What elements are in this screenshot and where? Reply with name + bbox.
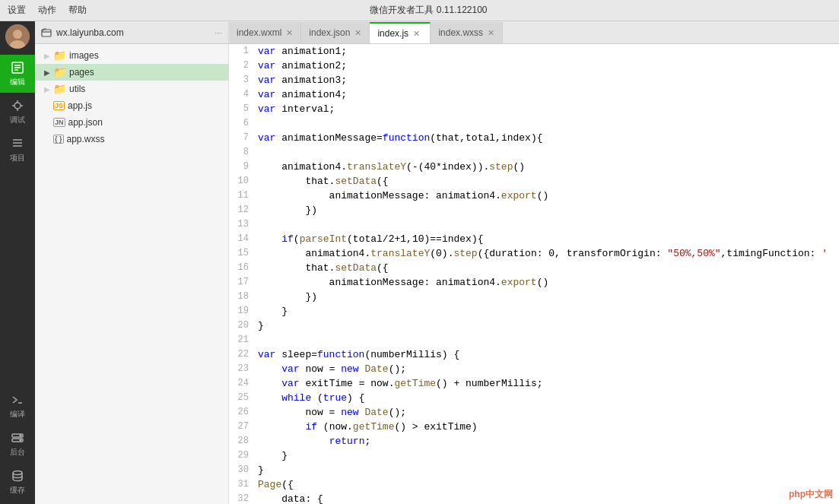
svg-rect-21: [42, 30, 51, 36]
tree-item-appwxss[interactable]: { } app.wxss: [35, 131, 228, 147]
code-line: 22var sleep=function(numberMillis) {: [229, 347, 839, 362]
sidebar: 编辑 调试 项目 编译: [0, 21, 35, 504]
code-line: 12 }): [229, 203, 839, 217]
file-type-icon-wxss: { }: [53, 135, 64, 144]
tab-label: index.wxss: [438, 27, 483, 38]
title-bar: 设置 动作 帮助 微信开发者工具 0.11.122100: [0, 0, 839, 21]
tab-index-wxss[interactable]: index.wxss ✕: [431, 22, 503, 43]
code-line: 32 data: {: [229, 492, 839, 504]
code-line: 2var animation2;: [229, 59, 839, 73]
code-line: 9 animation4.translateY(-(40*index)).ste…: [229, 160, 839, 174]
sidebar-item-debug[interactable]: 调试: [0, 93, 35, 131]
code-line: 20}: [229, 319, 839, 333]
sidebar-label-edit: 编辑: [10, 77, 25, 87]
sidebar-item-backend[interactable]: 后台: [0, 425, 35, 463]
sidebar-item-edit[interactable]: 编辑: [0, 55, 35, 93]
tab-label: index.wxml: [237, 27, 281, 38]
sidebar-item-project[interactable]: 项目: [0, 131, 35, 169]
code-line: 28 return;: [229, 434, 839, 449]
expand-icon: ▶: [44, 68, 50, 77]
code-line: 15 animation4.translateY(0).step({durati…: [229, 246, 839, 261]
file-tree-body: ▶ 📁 images ▶ 📁 pages ▶ 📁 utils JS app.js…: [35, 44, 228, 504]
tree-label: images: [69, 50, 99, 61]
main-layout: 编辑 调试 项目 编译: [0, 21, 839, 504]
code-editor[interactable]: 1var animation1; 2var animation2; 3var a…: [229, 44, 839, 504]
code-line: 1var animation1;: [229, 44, 839, 59]
editor-area: index.wxml ✕ index.json ✕ index.js ✕ ind…: [229, 21, 839, 504]
expand-icon: ▶: [44, 52, 50, 60]
tab-index-json[interactable]: index.json ✕: [301, 22, 370, 43]
code-line: 31Page({: [229, 477, 839, 492]
sidebar-item-compile[interactable]: 编译: [0, 387, 35, 425]
watermark: php中文网: [789, 488, 833, 501]
menu-help[interactable]: 帮助: [68, 4, 87, 17]
tree-label: pages: [69, 67, 94, 78]
file-tree-header: wx.laiyunba.com ···: [35, 21, 228, 44]
tree-item-appjson[interactable]: JN app.json: [35, 114, 228, 131]
code-line: 25 while (true) {: [229, 391, 839, 405]
code-line: 11 animationMessage: animation4.export(): [229, 189, 839, 203]
sidebar-label-project: 项目: [10, 153, 25, 163]
close-tab-wxss[interactable]: ✕: [488, 29, 494, 37]
code-line: 18 }): [229, 290, 839, 304]
menu-settings[interactable]: 设置: [8, 4, 26, 17]
code-line: 10 that.setData({: [229, 174, 839, 189]
sidebar-label-backend: 后台: [10, 447, 25, 458]
file-tree-more[interactable]: ···: [215, 27, 222, 38]
close-tab-json[interactable]: ✕: [354, 29, 361, 37]
file-type-icon-js: JS: [53, 101, 65, 110]
app-title: 微信开发者工具 0.11.122100: [370, 4, 487, 17]
file-tree: wx.laiyunba.com ··· ▶ 📁 images ▶ 📁 pages…: [35, 21, 229, 504]
tab-label: index.json: [309, 27, 350, 38]
folder-icon: 📁: [53, 83, 66, 95]
svg-point-20: [13, 471, 22, 474]
code-line: 19 }: [229, 304, 839, 319]
svg-point-19: [20, 439, 21, 441]
tab-index-wxml[interactable]: index.wxml ✕: [229, 22, 301, 43]
sidebar-label-compile: 编译: [10, 409, 25, 420]
code-line: 26 now = new Date();: [229, 405, 839, 420]
code-line: 4var animation4;: [229, 87, 839, 102]
sidebar-item-cache[interactable]: 缓存: [0, 463, 35, 501]
close-tab-js[interactable]: ✕: [413, 30, 420, 38]
code-line: 3var animation3;: [229, 73, 839, 87]
expand-icon: ▶: [44, 85, 50, 94]
tree-label: app.json: [68, 117, 103, 128]
code-line: 6: [229, 116, 839, 131]
sidebar-label-debug: 调试: [10, 115, 25, 125]
tree-label: utils: [69, 84, 85, 94]
code-line: 7var animationMessage=function(that,tota…: [229, 131, 839, 145]
tab-label: index.js: [377, 28, 408, 39]
code-line: 29 }: [229, 449, 839, 463]
file-type-icon-json: JN: [53, 118, 65, 127]
code-line: 14 if(parseInt(total/2+1,10)==index){: [229, 232, 839, 246]
code-line: 21: [229, 333, 839, 347]
code-line: 17 animationMessage: animation4.export(): [229, 275, 839, 290]
menu-bar[interactable]: 设置 动作 帮助: [8, 4, 87, 17]
sidebar-label-cache: 缓存: [10, 485, 25, 496]
tree-item-images[interactable]: ▶ 📁 images: [35, 47, 228, 64]
svg-point-1: [13, 30, 22, 39]
close-tab-wxml[interactable]: ✕: [286, 29, 293, 37]
code-line: 30}: [229, 463, 839, 477]
code-line: 23 var now = new Date();: [229, 362, 839, 376]
code-line: 5var interval;: [229, 102, 839, 116]
svg-point-7: [14, 103, 21, 109]
folder-icon: 📁: [53, 49, 66, 62]
tab-index-js[interactable]: index.js ✕: [370, 22, 431, 43]
tree-item-pages[interactable]: ▶ 📁 pages: [35, 64, 228, 81]
tree-item-appjs[interactable]: JS app.js: [35, 97, 228, 114]
menu-actions[interactable]: 动作: [38, 4, 56, 17]
folder-icon: 📁: [53, 66, 66, 78]
tree-label: app.js: [68, 100, 92, 111]
avatar: [5, 24, 30, 49]
file-tree-root[interactable]: wx.laiyunba.com: [56, 27, 124, 38]
code-line: 13: [229, 217, 839, 232]
svg-point-18: [20, 435, 21, 436]
code-line: 24 var exitTime = now.getTime() + number…: [229, 376, 839, 391]
tree-item-utils[interactable]: ▶ 📁 utils: [35, 81, 228, 97]
code-line: 16 that.setData({: [229, 261, 839, 275]
code-line: 8: [229, 145, 839, 160]
tree-label: app.wxss: [67, 134, 105, 144]
code-line: 27 if (now.getTime() > exitTime): [229, 420, 839, 434]
